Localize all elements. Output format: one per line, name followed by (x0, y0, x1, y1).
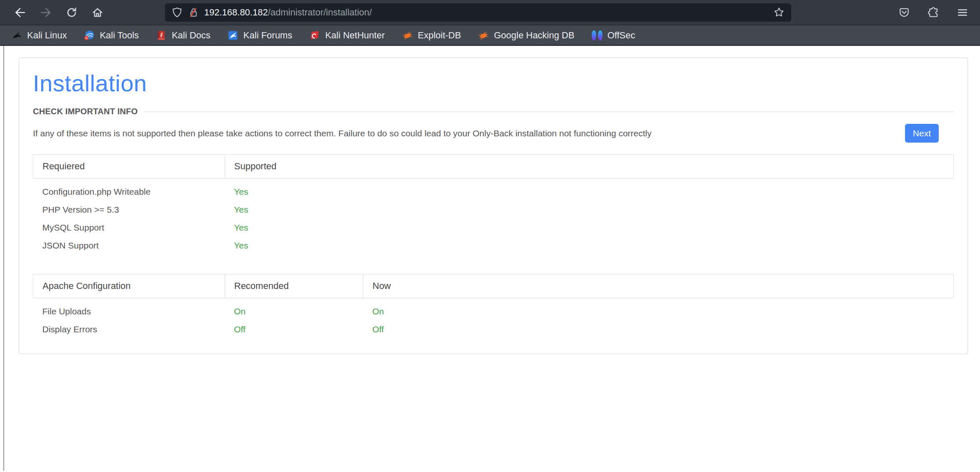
table-row: JSON Support Yes (33, 237, 954, 255)
forward-button[interactable] (35, 3, 57, 22)
kali-linux-dragon-icon (11, 30, 22, 41)
url-path: /administrator/installation/ (268, 7, 372, 18)
kali-tools-icon (83, 30, 95, 41)
requirement-label: PHP Version >= 5.3 (33, 201, 225, 219)
bookmark-kali-nethunter[interactable]: Kali NetHunter (309, 30, 385, 41)
bookmark-label: OffSec (608, 30, 635, 41)
section-legend: CHECK IMPORTANT INFO (33, 107, 954, 116)
forward-arrow-icon (40, 7, 52, 18)
table-row: Configuration.php Writeable Yes (33, 178, 954, 201)
bookmark-offsec[interactable]: OffSec (591, 30, 635, 41)
url-text: 192.168.80.182/administrator/installatio… (204, 7, 372, 18)
bookmark-exploit-db[interactable]: Exploit-DB (402, 30, 461, 41)
apache-config-table: Apache Configuration Recomended Now File… (33, 274, 954, 339)
reload-icon (66, 7, 78, 18)
table-row: Display Errors Off Off (33, 321, 954, 339)
browser-toolbar: 192.168.80.182/administrator/installatio… (0, 0, 980, 25)
installation-card: Installation CHECK IMPORTANT INFO If any… (19, 58, 968, 354)
bookmark-label: Kali Docs (172, 30, 210, 41)
exploit-db-bug-icon (402, 30, 413, 41)
bookmark-label: Kali Tools (100, 30, 139, 41)
requirement-value: Yes (225, 219, 954, 237)
setting-label: File Uploads (33, 298, 225, 321)
bookmark-label: Google Hacking DB (494, 30, 574, 41)
current-value: Off (363, 321, 954, 339)
next-button[interactable]: Next (905, 124, 939, 143)
column-header: Supported (225, 155, 954, 178)
requirements-table: Requiered Supported Configuration.php Wr… (33, 154, 954, 255)
extensions-puzzle-icon (928, 7, 939, 18)
back-arrow-icon (14, 7, 26, 18)
back-button[interactable] (9, 3, 31, 22)
home-icon (92, 7, 103, 18)
table-row: PHP Version >= 5.3 Yes (33, 201, 954, 219)
requirements-header-row: Requiered Supported (33, 155, 954, 178)
requirement-label: MySQL Support (33, 219, 225, 237)
nav-button-group (9, 3, 108, 22)
requirement-label: Configuration.php Writeable (33, 178, 225, 201)
bookmark-kali-linux[interactable]: Kali Linux (11, 30, 67, 41)
menu-button[interactable] (952, 3, 973, 22)
pocket-icon (898, 7, 910, 18)
bookmark-label: Kali Linux (27, 30, 67, 41)
column-header: Now (363, 274, 954, 298)
extensions-button[interactable] (922, 3, 944, 22)
intro-row: If any of these items is not supported t… (33, 124, 954, 143)
bookmarks-bar: Kali Linux Kali Tools Kali Docs (0, 25, 980, 46)
section-heading: CHECK IMPORTANT INFO (33, 107, 138, 116)
kali-docs-icon (155, 30, 167, 41)
apache-header-row: Apache Configuration Recomended Now (33, 274, 954, 298)
intro-text: If any of these items is not supported t… (33, 128, 652, 138)
insecure-lock-icon[interactable] (188, 7, 199, 18)
home-button[interactable] (87, 3, 108, 22)
bookmark-google-hacking-db[interactable]: Google Hacking DB (478, 30, 574, 41)
recommended-value: Off (225, 321, 363, 339)
column-header: Apache Configuration (33, 274, 225, 298)
url-host: 192.168.80.182 (204, 7, 268, 18)
requirement-value: Yes (225, 178, 954, 201)
column-header: Requiered (33, 155, 225, 178)
page-title: Installation (33, 70, 954, 97)
tracking-shield-icon[interactable] (172, 7, 182, 18)
window-left-edge (3, 46, 4, 471)
requirement-label: JSON Support (33, 237, 225, 255)
bookmark-label: Kali NetHunter (325, 30, 385, 41)
pocket-button[interactable] (893, 3, 915, 22)
kali-forums-icon (227, 30, 239, 41)
url-bar[interactable]: 192.168.80.182/administrator/installatio… (165, 3, 791, 22)
current-value: On (363, 298, 954, 321)
bookmark-star-icon[interactable] (773, 7, 785, 18)
table-row: File Uploads On On (33, 298, 954, 321)
bookmark-label: Exploit-DB (418, 30, 461, 41)
bookmark-kali-tools[interactable]: Kali Tools (83, 30, 139, 41)
toolbar-right-group (893, 3, 973, 22)
bookmark-kali-docs[interactable]: Kali Docs (155, 30, 210, 41)
web-page: Installation CHECK IMPORTANT INFO If any… (0, 46, 980, 471)
setting-label: Display Errors (33, 321, 225, 339)
table-row: MySQL Support Yes (33, 219, 954, 237)
bookmark-label: Kali Forums (243, 30, 292, 41)
hamburger-menu-icon (957, 7, 968, 18)
column-header: Recomended (225, 274, 363, 298)
reload-button[interactable] (61, 3, 82, 22)
offsec-icon (591, 30, 603, 41)
requirement-value: Yes (225, 201, 954, 219)
bookmark-kali-forums[interactable]: Kali Forums (227, 30, 292, 41)
legend-divider (144, 111, 954, 112)
requirement-value: Yes (225, 237, 954, 255)
recommended-value: On (225, 298, 363, 321)
google-hacking-db-bug-icon (478, 30, 489, 41)
kali-nethunter-icon (309, 30, 320, 41)
